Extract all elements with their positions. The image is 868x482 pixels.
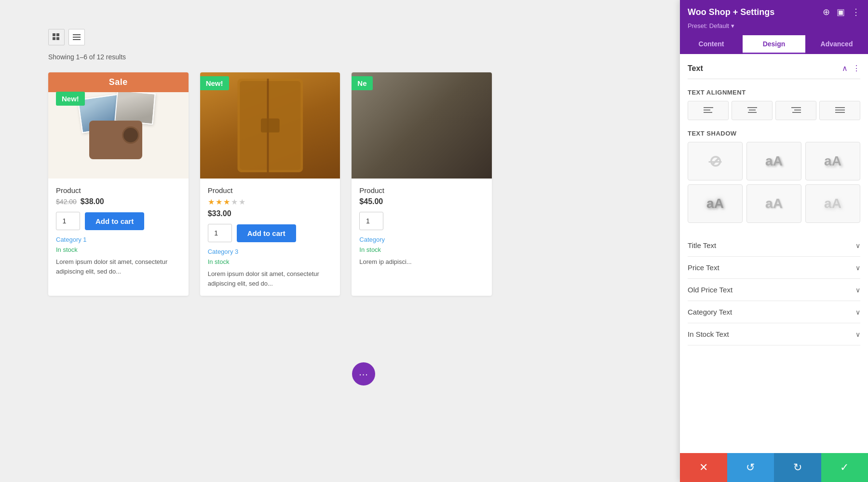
collapse-button[interactable]: ∧ (842, 64, 848, 73)
category-link[interactable]: Category 3 (208, 248, 333, 255)
in-stock-label: In stock (56, 246, 181, 253)
section-more-button[interactable]: ⋮ (853, 64, 860, 73)
section-header-icons: ∧ ⋮ (842, 64, 860, 73)
shadow-1-button[interactable]: aA (746, 142, 801, 180)
title-text-label: Title Text (688, 241, 716, 249)
svg-rect-6 (73, 39, 81, 40)
svg-rect-14 (747, 107, 757, 108)
shadow-5-button[interactable]: aA (805, 184, 860, 223)
panel-header: Woo Shop + Settings ⊕ ▣ ⋮ Preset: Defaul… (680, 0, 868, 35)
redo-icon: ↻ (793, 461, 802, 474)
svg-rect-22 (835, 112, 845, 113)
price-text-section[interactable]: Price Text ∨ (688, 257, 860, 279)
camera-lens (122, 126, 139, 144)
current-price: $33.00 (208, 209, 231, 218)
add-to-cart-button[interactable]: Add to cart (85, 212, 144, 230)
layout-icon-button[interactable]: ▣ (837, 7, 845, 17)
shadow-4-button[interactable]: aA (746, 184, 801, 223)
cart-row: Add to cart (56, 212, 181, 230)
product-name: Product (359, 186, 484, 194)
product-body: Product $42.00 $38.00 Add to cart Catego… (48, 179, 189, 284)
title-text-section[interactable]: Title Text ∨ (688, 234, 860, 257)
category-text-section[interactable]: Category Text ∨ (688, 301, 860, 323)
settings-icon-button[interactable]: ⊕ (823, 7, 830, 17)
quantity-input[interactable] (56, 212, 80, 230)
chevron-down-icon: ∨ (855, 308, 860, 316)
no-shadow-icon: ⊘ (709, 152, 722, 170)
product-card: New! Product ★ ★ ★ (200, 72, 340, 296)
star-2: ★ (216, 197, 222, 207)
svg-rect-20 (835, 107, 845, 108)
shadow-4-text: aA (765, 196, 783, 211)
tab-design[interactable]: Design (743, 35, 805, 54)
svg-rect-19 (792, 112, 801, 113)
align-justify-icon (835, 107, 845, 114)
redo-button[interactable]: ↻ (774, 453, 821, 482)
undo-button[interactable]: ↺ (727, 453, 774, 482)
current-price: $45.00 (359, 197, 383, 206)
category-link[interactable]: Category (359, 236, 484, 243)
tab-content[interactable]: Content (680, 35, 743, 54)
category-link[interactable]: Category 1 (56, 236, 181, 243)
svg-rect-1 (56, 33, 59, 36)
preset-label: Preset: Default (688, 22, 729, 29)
svg-rect-15 (749, 110, 756, 110)
tab-advanced[interactable]: Advanced (805, 35, 868, 54)
more-options-button[interactable]: ⋮ (852, 7, 860, 17)
tab-content-label: Content (699, 40, 724, 48)
old-price-text-section[interactable]: Old Price Text ∨ (688, 279, 860, 301)
star-4: ★ (231, 197, 238, 207)
more-icon: ⋮ (852, 7, 860, 17)
text-section-header: Text ∧ ⋮ (688, 64, 860, 79)
svg-rect-13 (704, 112, 712, 113)
shadow-3-button[interactable]: aA (688, 184, 743, 223)
section-title: Text (688, 64, 703, 73)
quantity-input[interactable] (359, 212, 383, 230)
shadow-2-button[interactable]: aA (805, 142, 860, 180)
shadow-none-button[interactable]: ⊘ (688, 142, 743, 180)
align-justify-button[interactable] (819, 101, 860, 120)
old-price-text-label: Old Price Text (688, 286, 732, 294)
align-left-icon (704, 107, 713, 114)
panel-header-top: Woo Shop + Settings ⊕ ▣ ⋮ (688, 7, 860, 17)
star-rating: ★ ★ ★ ★ ★ (208, 197, 333, 207)
align-center-button[interactable] (732, 101, 773, 120)
in-stock-label: In stock (359, 246, 484, 253)
product-card: Sale New! Product $42.00 (48, 72, 189, 296)
chevron-down-icon: ∨ (855, 264, 860, 272)
svg-rect-12 (704, 110, 710, 110)
svg-rect-5 (73, 37, 81, 38)
tab-advanced-label: Advanced (821, 40, 853, 48)
panel-body: Text ∧ ⋮ Text Alignment (680, 54, 868, 453)
product-body: Product $45.00 Category In stock Lorem i… (352, 179, 492, 275)
align-right-icon (791, 107, 801, 114)
settings-panel: Woo Shop + Settings ⊕ ▣ ⋮ Preset: Defaul… (680, 0, 868, 482)
add-to-cart-button[interactable]: Add to cart (237, 224, 296, 242)
align-right-button[interactable] (775, 101, 816, 120)
target-icon: ⊕ (823, 7, 830, 17)
product-image: New! (200, 72, 340, 179)
align-left-button[interactable] (688, 101, 729, 120)
price-text-label: Price Text (688, 263, 719, 272)
list-view-button[interactable] (68, 29, 85, 45)
product-body: Product ★ ★ ★ ★ ★ $33.00 Add to cart Cat… (200, 179, 340, 296)
price-wrap: $33.00 (208, 209, 333, 218)
shadow-3-text: aA (706, 196, 724, 211)
grid-view-button[interactable] (48, 29, 65, 45)
dots-icon: ··· (359, 369, 368, 380)
align-center-icon (747, 107, 757, 114)
list-icon (73, 33, 81, 41)
floating-menu-button[interactable]: ··· (352, 362, 375, 386)
quantity-input[interactable] (208, 224, 232, 242)
star-1: ★ (208, 197, 215, 207)
cancel-button[interactable]: ✕ (680, 453, 727, 482)
new-badge: New! (56, 92, 85, 106)
product-name: Product (208, 186, 333, 194)
product-photo (352, 72, 492, 179)
svg-rect-18 (794, 110, 801, 110)
in-stock-text-section[interactable]: In Stock Text ∨ (688, 323, 860, 345)
save-button[interactable]: ✓ (821, 453, 868, 482)
product-description: Lorem ip adipisci... (359, 257, 484, 267)
panel-footer: ✕ ↺ ↻ ✓ (680, 453, 868, 482)
preset-selector[interactable]: Preset: Default ▾ (688, 22, 860, 29)
